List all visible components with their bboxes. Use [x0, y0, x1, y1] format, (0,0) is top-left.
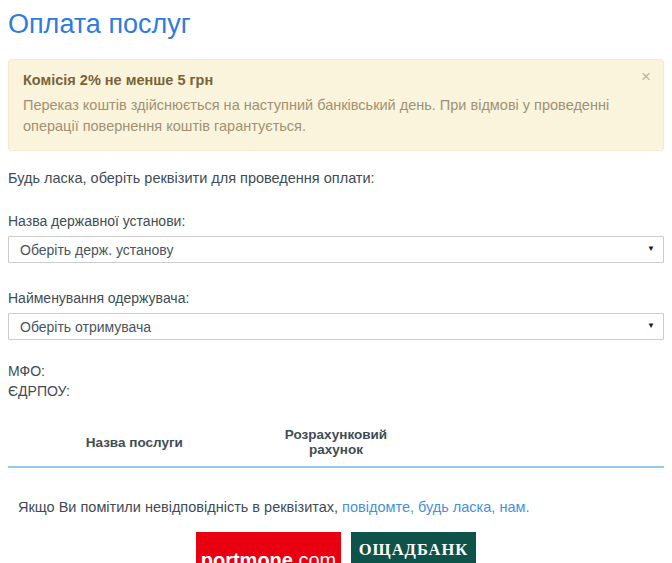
alert-body: Переказ коштів здійснюється на наступний…: [23, 95, 623, 137]
alert-heading: Комісія 2% не менше 5 грн: [23, 72, 629, 88]
recipient-select-wrap: Оберіть отримувача ▼: [8, 313, 664, 340]
institution-label: Назва державної установи:: [8, 213, 664, 229]
portmone-logo[interactable]: portmone.com: [196, 532, 341, 563]
requisites-block: МФО: ЄДРПОУ:: [8, 361, 664, 401]
table-header-extra: [411, 423, 664, 467]
note-plain-text: Якщо Ви помітили невідповідність в рекві…: [18, 499, 342, 515]
oschadbank-logo-name: ОЩАДБАНК: [351, 532, 476, 563]
partner-logos: portmone.com ОЩАДБАНК МІЙ БАНК. МОЯ КРАЇ…: [8, 532, 664, 563]
oschadbank-logo[interactable]: ОЩАДБАНК МІЙ БАНК. МОЯ КРАЇНА: [351, 532, 476, 563]
institution-select-wrap: Оберіть держ. установу ▼: [8, 236, 664, 263]
portmone-logo-suffix: .com: [293, 549, 336, 563]
note-text: Якщо Ви помітили невідповідність в рекві…: [18, 499, 664, 515]
commission-alert: × Комісія 2% не менше 5 грн Переказ кошт…: [8, 59, 664, 151]
recipient-field: Найменування одержувача: Оберіть отримув…: [8, 290, 664, 340]
edrpou-label: ЄДРПОУ:: [8, 381, 664, 401]
institution-field: Назва державної установи: Оберіть держ. …: [8, 213, 664, 263]
table-header-service: Назва послуги: [8, 423, 261, 467]
mfo-label: МФО:: [8, 361, 664, 381]
page-title: Оплата послуг: [8, 8, 664, 40]
notify-link[interactable]: повідомте, будь ласка, нам.: [342, 499, 529, 515]
table-header-account: Розрахунковий рахунок: [261, 423, 412, 467]
recipient-label: Найменування одержувача:: [8, 290, 664, 306]
portmone-logo-bold: portmone: [201, 549, 293, 563]
institution-select[interactable]: Оберіть держ. установу: [8, 236, 664, 263]
recipient-select[interactable]: Оберіть отримувача: [8, 313, 664, 340]
services-table: Назва послуги Розрахунковий рахунок: [8, 423, 664, 468]
close-icon[interactable]: ×: [641, 68, 651, 85]
instruction-text: Будь ласка, оберіть реквізити для провед…: [8, 170, 664, 186]
